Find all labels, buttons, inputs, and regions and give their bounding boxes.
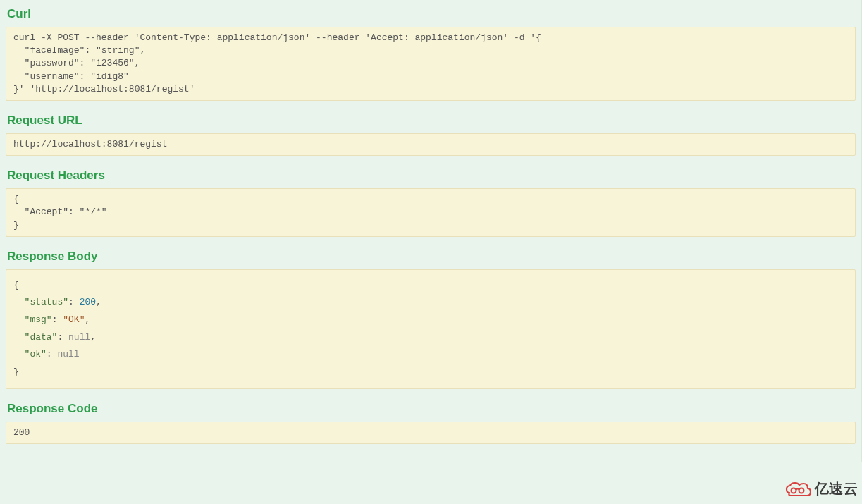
watermark: 亿速云	[784, 479, 858, 498]
curl-section-title: Curl	[6, 7, 856, 21]
watermark-logo-icon	[784, 480, 812, 498]
request-url-title: Request URL	[6, 113, 856, 128]
request-url-block[interactable]: http://localhost:8081/regist	[6, 133, 856, 156]
svg-point-1	[799, 488, 803, 493]
response-body-block[interactable]: { "status": 200, "msg": "OK", "data": nu…	[6, 269, 856, 389]
swagger-response-panel: Curl curl -X POST --header 'Content-Type…	[0, 0, 862, 462]
response-body-title: Response Body	[6, 250, 856, 264]
response-code-title: Response Code	[6, 402, 856, 416]
response-code-block[interactable]: 200	[6, 422, 856, 444]
curl-code-block[interactable]: curl -X POST --header 'Content-Type: app…	[6, 27, 856, 101]
watermark-text: 亿速云	[815, 479, 858, 498]
svg-point-0	[791, 488, 796, 493]
request-headers-block[interactable]: { "Accept": "*/*" }	[6, 188, 856, 237]
request-headers-title: Request Headers	[6, 168, 856, 183]
